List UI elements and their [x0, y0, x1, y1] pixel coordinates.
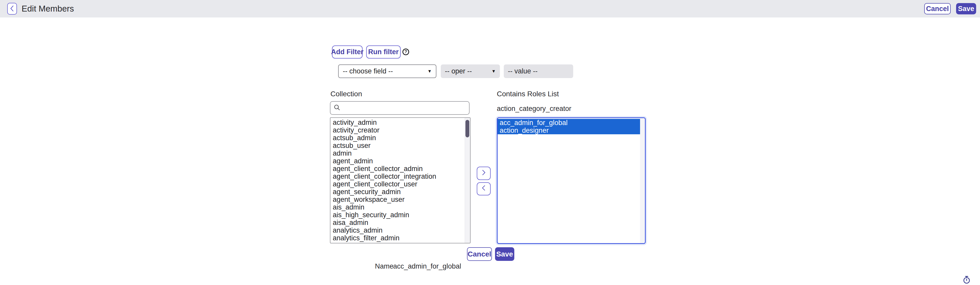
collection-option[interactable]: ais_admin: [331, 203, 465, 211]
collection-list[interactable]: activity_adminactivity_creatoractsub_adm…: [330, 117, 471, 244]
field-dropdown[interactable]: -- choose field -- ▼: [338, 65, 436, 78]
selected-roles-list[interactable]: acc_admin_for_globalaction_designer: [497, 117, 646, 244]
footer-cancel-button[interactable]: Cancel: [467, 247, 492, 261]
collection-option[interactable]: actsub_user: [331, 142, 465, 149]
chevron-down-icon: ▼: [427, 69, 432, 74]
page-title: Edit Members: [22, 0, 74, 17]
collection-option[interactable]: activity_admin: [331, 119, 465, 126]
name-value: acc_admin_for_global: [393, 263, 461, 270]
role-name-text: action_category_creator: [497, 105, 571, 113]
chevron-left-icon: [480, 185, 487, 193]
name-label: Name: [375, 263, 393, 270]
footer-save-button[interactable]: Save: [495, 247, 514, 261]
chevron-left-icon: [9, 5, 15, 13]
collection-option[interactable]: aisa_admin: [331, 219, 465, 226]
collection-option[interactable]: agent_workspace_user: [331, 196, 465, 203]
header-save-button[interactable]: Save: [956, 3, 976, 14]
collection-option[interactable]: analytics_admin: [331, 226, 465, 234]
collection-options: activity_adminactivity_creatoractsub_adm…: [331, 119, 465, 244]
collection-option[interactable]: agent_client_collector_integration: [331, 173, 465, 180]
collection-option[interactable]: agent_client_collector_user: [331, 180, 465, 188]
collection-option[interactable]: analytics_filter_admin: [331, 234, 465, 242]
collection-option[interactable]: analytics_tech_admin: [331, 242, 465, 244]
collection-search[interactable]: [330, 101, 469, 115]
collection-search-input[interactable]: [343, 104, 466, 112]
value-field-value: -- value --: [508, 67, 538, 75]
selected-role-option[interactable]: acc_admin_for_global: [498, 119, 640, 127]
stopwatch-icon[interactable]: [962, 275, 971, 284]
collection-scrollbar-track[interactable]: [465, 118, 470, 243]
value-field[interactable]: -- value --: [504, 65, 573, 78]
oper-dropdown[interactable]: -- oper -- ▼: [441, 65, 500, 78]
collection-scrollbar-thumb[interactable]: [465, 120, 469, 137]
collection-option[interactable]: agent_security_admin: [331, 188, 465, 196]
selected-role-option[interactable]: action_designer: [498, 127, 640, 134]
collection-option[interactable]: ais_high_security_admin: [331, 211, 465, 219]
run-filter-button[interactable]: Run filter: [366, 46, 401, 59]
collection-option[interactable]: activity_creator: [331, 126, 465, 134]
collection-option[interactable]: actsub_admin: [331, 134, 465, 142]
collection-option[interactable]: admin: [331, 149, 465, 157]
selected-roles-options: acc_admin_for_globalaction_designer: [498, 119, 640, 134]
field-dropdown-value: -- choose field --: [343, 67, 393, 75]
oper-dropdown-value: -- oper --: [445, 67, 472, 75]
chevron-right-icon: [480, 169, 487, 178]
back-button[interactable]: [7, 3, 17, 15]
contains-roles-list-label: Contains Roles List: [497, 90, 559, 98]
help-icon[interactable]: ?: [402, 49, 409, 55]
collection-option[interactable]: agent_client_collector_admin: [331, 165, 465, 173]
edit-members-page: Edit Members Cancel Save Add Filter Run …: [0, 0, 980, 285]
move-right-button[interactable]: [477, 167, 491, 180]
move-left-button[interactable]: [477, 182, 491, 195]
add-filter-button[interactable]: Add Filter: [332, 46, 363, 59]
chevron-down-icon: ▼: [492, 69, 496, 74]
search-icon: [334, 104, 341, 112]
collection-option[interactable]: agent_admin: [331, 157, 465, 165]
header-cancel-button[interactable]: Cancel: [924, 3, 951, 14]
header-bar: Edit Members Cancel Save: [0, 0, 980, 17]
collection-label: Collection: [331, 90, 362, 98]
selected-roles-scroll-gutter: [640, 118, 645, 243]
